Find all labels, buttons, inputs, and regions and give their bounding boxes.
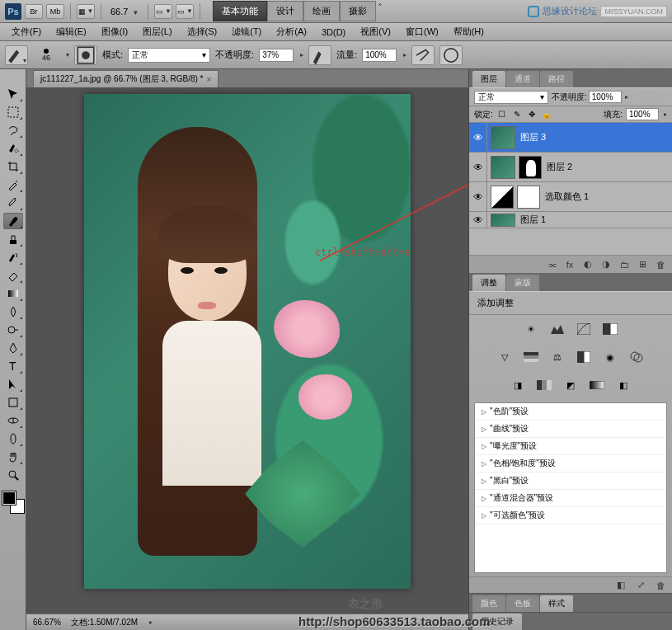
document-tab[interactable]: jc111227_1a.jpg @ 66.7% (图层 3, RGB/8) * … — [33, 70, 219, 87]
tab-paths[interactable]: 路径 — [540, 71, 573, 87]
gradient-tool[interactable] — [3, 285, 23, 302]
brush-panel-button[interactable] — [74, 45, 97, 65]
layer-name[interactable]: 图层 2 — [545, 161, 572, 173]
workspace-essentials[interactable]: 基本功能 — [213, 1, 267, 21]
hue-sat-icon[interactable] — [522, 350, 540, 364]
visibility-icon[interactable]: 👁 — [469, 212, 487, 228]
pressure-size-button[interactable] — [439, 45, 463, 65]
menu-window[interactable]: 窗口(W) — [399, 23, 445, 40]
status-zoom[interactable]: 66.67% — [33, 618, 61, 627]
arrange-docs-button[interactable]: ▭▼ — [154, 4, 172, 19]
brush-tool[interactable] — [3, 213, 23, 229]
layer-row[interactable]: 👁 图层 2 — [469, 153, 672, 182]
view-extras-button[interactable]: ▦▼ — [77, 4, 95, 19]
menu-select[interactable]: 选择(S) — [181, 23, 224, 40]
layer-name[interactable]: 图层 3 — [519, 131, 546, 143]
shape-tool[interactable] — [3, 394, 23, 411]
menu-3d[interactable]: 3D(D) — [315, 25, 352, 40]
status-menu-icon[interactable]: ▸ — [149, 618, 153, 626]
menu-layer[interactable]: 图层(L) — [136, 23, 178, 40]
brush-dropdown-icon[interactable]: ▾ — [66, 51, 69, 59]
zoom-tool[interactable] — [3, 467, 23, 483]
blur-tool[interactable] — [3, 303, 23, 320]
selective-color-icon[interactable]: ◧ — [614, 378, 632, 393]
channel-mixer-icon[interactable] — [627, 350, 646, 364]
preset-item[interactable]: ▷"色相/饱和度"预设 — [475, 455, 666, 472]
menu-analysis[interactable]: 分析(A) — [270, 23, 313, 40]
preset-item[interactable]: ▷"色阶"预设 — [475, 403, 666, 421]
exposure-icon[interactable] — [601, 322, 619, 336]
menu-edit[interactable]: 编辑(E) — [49, 23, 93, 40]
tab-styles[interactable]: 样式 — [540, 595, 573, 612]
preset-item[interactable]: ▷"黑白"预设 — [475, 472, 666, 490]
hand-tool[interactable] — [3, 449, 23, 465]
path-select-tool[interactable] — [3, 376, 23, 393]
tab-layers[interactable]: 图层 — [472, 71, 505, 87]
3d-camera-tool[interactable] — [3, 430, 23, 447]
menu-image[interactable]: 图像(I) — [95, 23, 134, 40]
lasso-tool[interactable] — [3, 122, 23, 139]
canvas-viewport[interactable]: ctrl+shift+alt+e — [26, 87, 468, 614]
gradient-map-icon[interactable] — [588, 378, 606, 393]
preset-item[interactable]: ▷"曝光度"预设 — [475, 438, 666, 455]
pressure-opacity-button[interactable] — [308, 45, 331, 65]
lock-transparency-icon[interactable]: ☐ — [496, 109, 508, 120]
foreground-color[interactable] — [2, 491, 16, 505]
dodge-tool[interactable] — [3, 322, 23, 338]
brush-preset-picker[interactable]: 46 — [33, 49, 59, 62]
posterize-icon[interactable] — [535, 378, 553, 393]
bridge-button[interactable]: Br — [25, 4, 43, 19]
visibility-icon[interactable]: 👁 — [469, 182, 487, 212]
close-tab-icon[interactable]: × — [206, 75, 211, 84]
link-layers-icon[interactable]: ⫘ — [545, 259, 558, 270]
layer-style-icon[interactable]: fx — [563, 259, 576, 270]
layer-name[interactable]: 选取颜色 1 — [543, 190, 589, 203]
zoom-level[interactable]: 66.7 ▼ — [107, 7, 142, 16]
lock-all-icon[interactable]: 🔒 — [541, 109, 552, 120]
layer-group-icon[interactable]: 🗀 — [618, 259, 631, 270]
trash-icon[interactable]: 🗑 — [654, 580, 667, 591]
layer-fill-input[interactable]: 100% — [626, 108, 659, 120]
layer-opacity-input[interactable]: 100% — [589, 91, 622, 103]
move-tool[interactable] — [3, 86, 23, 102]
preset-item[interactable]: ▷"通道混合器"预设 — [475, 490, 666, 507]
cslive-icon[interactable] — [528, 6, 539, 17]
menu-view[interactable]: 视图(V) — [354, 23, 397, 40]
layer-name[interactable]: 图层 1 — [519, 214, 546, 226]
history-brush-tool[interactable] — [3, 249, 23, 266]
layer-row[interactable]: 👁 图层 1 — [469, 212, 672, 228]
workspace-photography[interactable]: 摄影 — [340, 1, 376, 21]
levels-icon[interactable] — [548, 322, 566, 336]
layer-mask-thumbnail[interactable] — [517, 186, 540, 209]
workspace-more-icon[interactable]: » — [378, 1, 381, 21]
opacity-input[interactable]: 37% — [259, 49, 294, 62]
menu-filter[interactable]: 滤镜(T) — [225, 23, 268, 40]
lock-pixels-icon[interactable]: ✎ — [511, 109, 523, 120]
layer-row[interactable]: 👁 图层 3 — [469, 123, 672, 153]
eyedropper-tool[interactable] — [3, 176, 23, 193]
lock-position-icon[interactable]: ✥ — [526, 109, 538, 120]
expand-icon[interactable]: ⤢ — [634, 580, 647, 591]
menu-help[interactable]: 帮助(H) — [447, 23, 491, 40]
workspace-design[interactable]: 设计 — [267, 1, 303, 21]
minibridge-button[interactable]: Mb — [46, 4, 64, 19]
photo-filter-icon[interactable]: ◉ — [601, 350, 619, 364]
threshold-icon[interactable]: ◩ — [562, 378, 580, 393]
marquee-tool[interactable] — [3, 104, 23, 120]
layer-thumbnail[interactable] — [491, 214, 515, 227]
preset-item[interactable]: ▷"曲线"预设 — [475, 421, 666, 438]
layer-thumbnail[interactable] — [491, 126, 515, 149]
tab-swatches[interactable]: 色板 — [506, 595, 539, 612]
eraser-tool[interactable] — [3, 267, 23, 284]
brightness-icon[interactable]: ☀ — [522, 322, 540, 336]
delete-layer-icon[interactable]: 🗑 — [654, 259, 667, 270]
visibility-icon[interactable]: 👁 — [469, 153, 487, 182]
tab-color[interactable]: 颜色 — [472, 595, 505, 612]
pen-tool[interactable] — [3, 340, 23, 356]
type-tool[interactable]: T — [3, 358, 23, 374]
black-white-icon[interactable] — [575, 350, 593, 364]
tab-masks[interactable]: 蒙版 — [506, 275, 539, 291]
tab-channels[interactable]: 通道 — [506, 71, 539, 87]
healing-brush-tool[interactable] — [3, 195, 23, 211]
invert-icon[interactable]: ◨ — [509, 378, 527, 393]
